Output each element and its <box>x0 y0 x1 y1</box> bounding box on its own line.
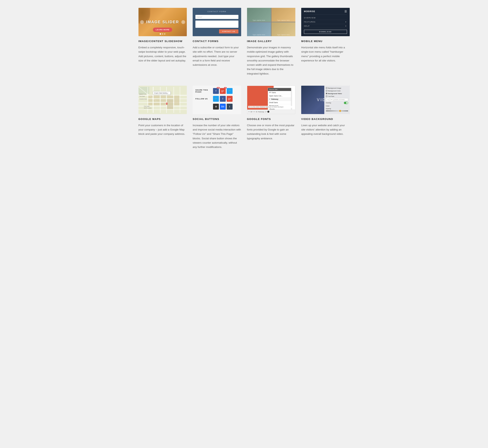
radio-bg-color <box>326 90 328 92</box>
dot-1 <box>160 33 161 35</box>
fonts-option-opensans[interactable]: Open Sans Cot... <box>268 94 291 98</box>
dot-3 <box>164 33 166 35</box>
share-googleplus-btn[interactable]: g+ 47 <box>220 88 226 94</box>
features-arrow-icon: ▼ <box>345 21 347 23</box>
mobile-nav-features[interactable]: FEATURES ▼ <box>304 20 347 24</box>
overlay-toggle[interactable] <box>344 102 348 104</box>
follow-facebook-btn[interactable]: f <box>220 96 226 102</box>
share-icons: f 192 g+ 47 🐦 <box>213 88 232 94</box>
facebook-icon: f <box>216 89 216 92</box>
gallery-thumb-4: Type caption here <box>272 22 295 36</box>
toolbar-icon-4: ≡ <box>254 111 255 113</box>
follow-twitter-btn[interactable]: 🐦 <box>213 96 219 102</box>
svg-rect-5 <box>138 102 187 103</box>
download-btn[interactable]: DOWNLOAD <box>304 30 347 34</box>
card-desc-mobile: Horizontal site menu folds itself into a… <box>301 45 350 63</box>
card-title-social: SOCIAL BUTTONS <box>193 118 241 120</box>
toolbar-color-dot <box>267 111 269 113</box>
toggle-knob <box>346 102 348 104</box>
nav-features-label: FEATURES <box>304 21 315 23</box>
panel-option-youtube[interactable]: YouTube <box>326 96 348 97</box>
card-title-contact: CONTACT FORMS <box>193 40 241 43</box>
fonts-toolbar: ✂ ⊞ ≡ ≡ ⊟ Raleway 17 <box>247 110 295 114</box>
arrow-left-icon[interactable]: ‹ <box>140 20 144 24</box>
page-wrapper: IMAGE SLIDER LEARN MORE ‹ › IMAGE/CONTEN… <box>135 0 354 167</box>
card-mobile-menu: MOBIRISE ☰ OVERVIEW FEATURES ▼ HELP ▼ DO… <box>301 8 350 76</box>
svg-rect-15 <box>148 96 152 98</box>
contact-submit-btn[interactable]: CONTACT US <box>219 29 239 33</box>
help-arrow-icon: ▼ <box>345 25 347 27</box>
fonts-dropdown-title: Source-Seif... <box>268 88 291 91</box>
preview-fonts: Source-Seif... PT Sans Open Sans Cot... … <box>247 86 296 114</box>
slide-title: IMAGE SLIDER <box>146 20 179 24</box>
fonts-option-pt[interactable]: PT Sans <box>268 91 291 94</box>
fonts-footer-text: ite in a few clicks! Mobirise helps you … <box>248 106 294 108</box>
form-name-input[interactable]: Name* <box>195 15 239 19</box>
svg-rect-11 <box>166 87 167 113</box>
fonts-option-raleway[interactable]: ✓ Raleway <box>268 98 291 101</box>
follow-googleplus-btn[interactable]: g+ <box>227 96 232 102</box>
card-desc-slider: Embed a completely responsive, touch-swi… <box>138 45 187 63</box>
opacity-thumb <box>339 110 341 112</box>
preview-mobile-menu: MOBIRISE ☰ OVERVIEW FEATURES ▼ HELP ▼ DO… <box>301 8 350 36</box>
svg-rect-26 <box>160 103 166 105</box>
follow-icons-bottom: ⊛ Bē t <box>213 104 232 110</box>
learn-more-btn[interactable]: LEARN MORE <box>153 28 172 32</box>
youtube-label: YouTube <box>328 96 334 97</box>
gp-badge: 47 <box>224 87 227 89</box>
mobile-nav-help[interactable]: HELP ▼ <box>304 24 347 28</box>
tumblr-btn[interactable]: t <box>227 104 232 110</box>
svg-text:Джейкоб К. Javi...: Джейкоб К. Javi... <box>139 94 146 95</box>
svg-rect-25 <box>174 96 179 105</box>
svg-rect-20 <box>160 99 166 102</box>
svg-rect-8 <box>147 87 148 113</box>
panel-option-bg-image[interactable]: Background Image <box>326 87 348 89</box>
opacity-slider[interactable] <box>326 111 348 111</box>
map-svg: Джейкоб К. Javi... Times Square Conventi… <box>138 86 187 114</box>
dot-2 <box>162 33 163 35</box>
form-message-textarea[interactable] <box>195 21 239 28</box>
share-facebook-btn[interactable]: f 192 <box>213 88 219 94</box>
svg-rect-9 <box>153 87 153 113</box>
svg-text:Отель-Леджи...: Отель-Леджи... <box>144 106 150 107</box>
name-placeholder: Name* <box>197 16 202 18</box>
radio-bg-video <box>326 93 328 94</box>
arrow-right-icon[interactable]: › <box>181 20 185 24</box>
panel-option-bg-video[interactable]: Background Video <box>326 93 348 95</box>
github-btn[interactable]: ⊛ <box>213 104 219 110</box>
hamburger-icon: ☰ <box>344 10 347 13</box>
behance-btn[interactable]: Bē <box>220 104 226 110</box>
slider-dots <box>160 33 166 35</box>
svg-rect-22 <box>153 103 160 105</box>
gallery-caption-2: Type caption here <box>277 20 290 21</box>
form-title: CONTACT FORM <box>208 11 226 13</box>
svg-rect-16 <box>148 99 152 102</box>
preview-image-slider: IMAGE SLIDER LEARN MORE ‹ › <box>138 8 187 36</box>
card-video-background: VIDEO Background Image Background Color … <box>301 86 350 150</box>
mobile-logo: MOBIRISE <box>304 10 315 13</box>
map-tooltip-close[interactable]: × <box>168 92 169 94</box>
panel-option-bg-color[interactable]: Background Color <box>326 90 348 92</box>
card-desc-social: Increase the number of your site visitor… <box>193 123 241 150</box>
github-icon: ⊛ <box>215 105 217 108</box>
card-title-video: VIDEO BACKGROUND <box>301 118 350 120</box>
gallery-thumb-2: Type caption here <box>272 8 295 22</box>
card-title-slider: IMAGE/CONTENT SLIDESHOW <box>138 40 187 43</box>
card-desc-gallery: Demonstrate your images in masonry mobil… <box>247 45 296 76</box>
bg-color-label: Background Color <box>328 90 341 92</box>
svg-rect-23 <box>167 96 173 98</box>
preview-gallery: Type caption here Type caption here Type… <box>247 8 296 36</box>
card-title-fonts: GOOGLE FONTS <box>247 118 296 120</box>
card-image-gallery: Type caption here Type caption here Type… <box>247 8 296 76</box>
fb-badge: 192 <box>217 87 220 89</box>
toolbar-icon-3: ≡ <box>253 111 254 113</box>
toolbar-icon-1: ✂ <box>248 111 250 113</box>
mobile-nav-overview[interactable]: OVERVIEW <box>304 16 347 20</box>
fonts-option-droid[interactable]: Droid Sans <box>268 101 291 104</box>
svg-rect-17 <box>153 96 160 98</box>
gplus-follow-icon: g+ <box>228 97 231 100</box>
card-desc-contact: Add a subscribe or contact form to your … <box>193 45 241 67</box>
share-twitter-btn[interactable]: 🐦 <box>227 88 232 94</box>
card-image-slider: IMAGE SLIDER LEARN MORE ‹ › IMAGE/CONTEN… <box>138 8 187 76</box>
svg-rect-21 <box>148 103 152 105</box>
